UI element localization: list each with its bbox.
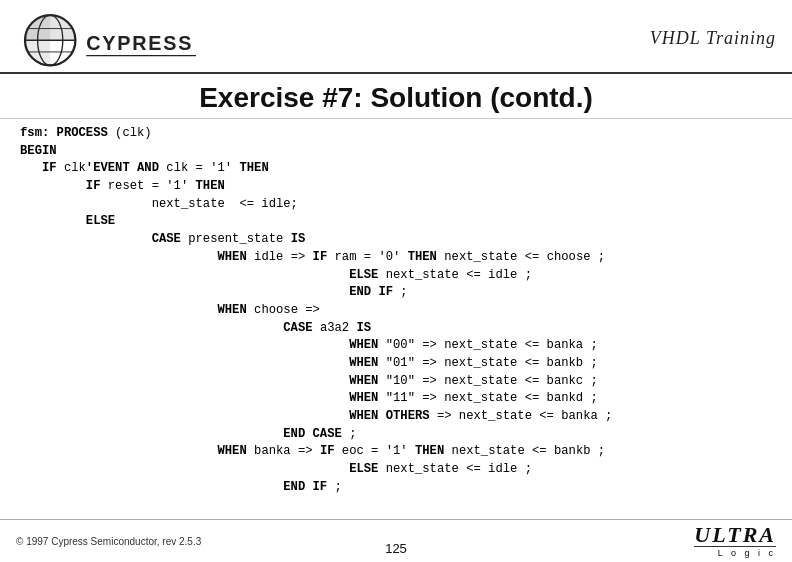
code-line-3: IF clk'EVENT AND clk = '1' THEN xyxy=(20,161,269,175)
code-line-19: WHEN banka => IF eoc = '1' THEN next_sta… xyxy=(20,444,605,458)
code-line-6: ELSE xyxy=(20,214,115,228)
header: CYPRESS VHDL Training xyxy=(0,0,792,74)
code-line-2: BEGIN xyxy=(20,144,57,158)
footer: © 1997 Cypress Semiconductor, rev 2.5.3 … xyxy=(0,519,792,562)
code-line-8: WHEN idle => IF ram = '0' THEN next_stat… xyxy=(20,250,605,264)
code-line-18: END CASE ; xyxy=(20,427,356,441)
code-line-21: END IF ; xyxy=(20,480,342,494)
code-line-15: WHEN "10" => next_state <= bankc ; xyxy=(20,374,598,388)
code-line-13: WHEN "00" => next_state <= banka ; xyxy=(20,338,598,352)
code-line-20: ELSE next_state <= idle ; xyxy=(20,462,532,476)
code-line-5: next_state <= idle; xyxy=(20,197,298,211)
code-line-10: END IF ; xyxy=(20,285,408,299)
cypress-logo: CYPRESS xyxy=(16,8,196,68)
code-line-11: WHEN choose => xyxy=(20,303,320,317)
code-line-17: WHEN OTHERS => next_state <= banka ; xyxy=(20,409,612,423)
code-line-4: IF reset = '1' THEN xyxy=(20,179,225,193)
title-section: Exercise #7: Solution (contd.) xyxy=(0,74,792,119)
code-line-16: WHEN "11" => next_state <= bankd ; xyxy=(20,391,598,405)
vhdl-training-label: VHDL Training xyxy=(650,28,776,49)
code-line-14: WHEN "01" => next_state <= bankb ; xyxy=(20,356,598,370)
page-number: 125 xyxy=(385,541,407,556)
page-title: Exercise #7: Solution (contd.) xyxy=(0,82,792,114)
svg-text:CYPRESS: CYPRESS xyxy=(86,32,193,54)
logo-area: CYPRESS xyxy=(16,8,196,68)
code-line-9: ELSE next_state <= idle ; xyxy=(20,268,532,282)
code-line-1: fsm: PROCESS (clk) xyxy=(20,126,152,140)
ultra-logo-box: ULTRA L o g i c xyxy=(694,524,776,558)
code-line-7: CASE present_state IS xyxy=(20,232,305,246)
ultra-title: ULTRA xyxy=(694,524,776,546)
copyright-text: © 1997 Cypress Semiconductor, rev 2.5.3 xyxy=(16,536,201,547)
ultra-sub: L o g i c xyxy=(694,546,776,558)
code-line-12: CASE a3a2 IS xyxy=(20,321,371,335)
code-section: fsm: PROCESS (clk) BEGIN IF clk'EVENT AN… xyxy=(0,119,792,502)
